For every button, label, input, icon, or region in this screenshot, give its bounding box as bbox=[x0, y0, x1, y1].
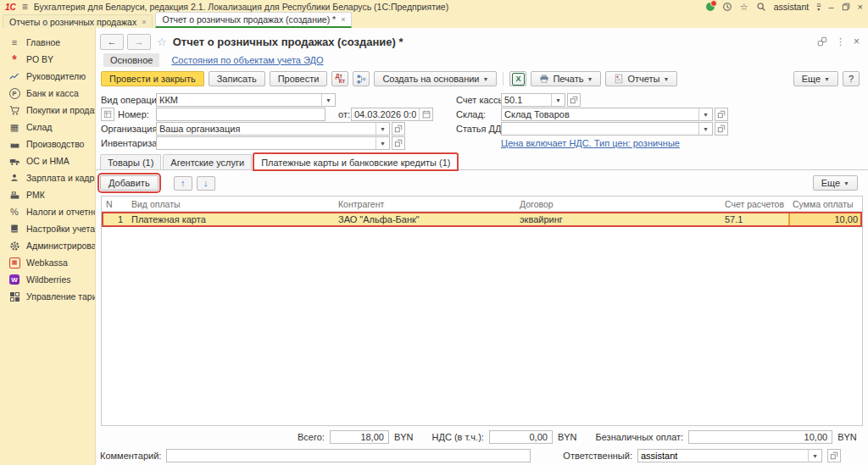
tab-close-icon[interactable]: × bbox=[142, 18, 146, 26]
inventory-open-button[interactable] bbox=[392, 136, 405, 150]
print-button[interactable]: Печать▼ bbox=[531, 71, 601, 86]
cell-amount[interactable]: 10,00 bbox=[788, 212, 862, 227]
nav-main-tab[interactable]: Основное bbox=[103, 53, 159, 67]
tab-payment-cards[interactable]: Платежные карты и банковские кредиты (1) bbox=[253, 153, 458, 170]
calendar-icon[interactable] bbox=[419, 108, 432, 120]
post-and-close-button[interactable]: Провести и закрыть bbox=[101, 71, 204, 86]
reports-button[interactable]: Отчеты▼ bbox=[605, 71, 677, 86]
sidebar-item-po-by[interactable]: *PO BY bbox=[0, 51, 95, 68]
settings-menu-icon[interactable]: ≡▾ bbox=[816, 3, 821, 12]
dt-kt-button[interactable]: ДтКт bbox=[331, 71, 348, 86]
current-user[interactable]: assistant bbox=[774, 2, 809, 12]
close-button[interactable]: × bbox=[858, 3, 863, 12]
sidebar-item-pokupki-i-prodazhi[interactable]: Покупки и продажи bbox=[0, 102, 95, 119]
sidebar-item-wildberries[interactable]: WWildberries bbox=[0, 271, 95, 288]
date-field[interactable] bbox=[351, 108, 433, 121]
vat-label: НДС (в т.ч.): bbox=[432, 432, 484, 442]
main-menu-icon[interactable]: ≡ bbox=[22, 3, 28, 11]
dds-item-field[interactable]: ▼ bbox=[501, 122, 713, 136]
favorite-star-icon[interactable]: ☆ bbox=[157, 36, 167, 48]
sidebar-item-sklad[interactable]: ▦Склад bbox=[0, 119, 95, 136]
sidebar-item-proizvodstvo[interactable]: Производство bbox=[0, 136, 95, 152]
number-field[interactable] bbox=[156, 108, 326, 121]
chevron-down-icon[interactable]: ▼ bbox=[808, 450, 821, 462]
close-form-icon[interactable]: × bbox=[854, 36, 860, 47]
chevron-down-icon[interactable]: ▼ bbox=[376, 137, 389, 149]
chevron-down-icon[interactable]: ▼ bbox=[551, 94, 565, 106]
number-settings-button[interactable] bbox=[101, 108, 114, 121]
chevron-down-icon[interactable]: ▼ bbox=[698, 108, 712, 120]
excel-export-button[interactable]: X bbox=[509, 71, 526, 86]
sidebar-item-nastroyki-ucheta[interactable]: Настройки учета bbox=[0, 220, 95, 237]
table-empty-area[interactable] bbox=[102, 227, 862, 425]
forward-button[interactable]: → bbox=[127, 34, 151, 50]
help-button[interactable]: ? bbox=[843, 71, 860, 86]
table-row[interactable]: 1 Платежная карта ЗАО "Альфа-Банк" эквай… bbox=[102, 212, 862, 227]
responsible-open-button[interactable] bbox=[827, 449, 841, 462]
sidebar-item-nalogi[interactable]: %Налоги и отчетность bbox=[0, 203, 95, 220]
back-button[interactable]: ← bbox=[100, 34, 124, 50]
sidebar-item-bank-i-kassa[interactable]: PБанк и касса bbox=[0, 85, 95, 102]
tab-retail-reports-list[interactable]: Отчеты о розничных продажах × bbox=[3, 14, 153, 28]
chevron-down-icon[interactable]: ▼ bbox=[376, 123, 389, 135]
sidebar-item-administrirovanie[interactable]: Администрирование bbox=[0, 237, 95, 254]
vat-price-type-link[interactable]: Цена включает НДС. Тип цен: розничные bbox=[501, 138, 680, 148]
search-icon[interactable] bbox=[756, 2, 766, 12]
tab-agentskie-uslugi[interactable]: Агентские услуги bbox=[163, 154, 252, 169]
column-header-amount[interactable]: Сумма оплаты bbox=[788, 199, 862, 209]
responsible-field[interactable]: ▼ bbox=[637, 449, 822, 462]
tab-retail-report-new[interactable]: Отчет о розничных продажах (создание) * … bbox=[155, 12, 352, 28]
sidebar-item-webkassa[interactable]: ▦Webkassa bbox=[0, 254, 95, 271]
create-based-on-button[interactable]: Создать на основании▼ bbox=[374, 71, 497, 86]
cell-counterparty[interactable]: ЗАО "Альфа-Банк" bbox=[334, 214, 515, 224]
tab-tovary[interactable]: Товары (1) bbox=[100, 154, 161, 169]
write-button[interactable]: Записать bbox=[209, 71, 265, 86]
restore-button[interactable] bbox=[842, 3, 850, 11]
notifications-icon[interactable] bbox=[706, 3, 715, 11]
warehouse-open-button[interactable] bbox=[715, 108, 728, 121]
footer-row: Комментарий: Ответственный: ▼ bbox=[96, 446, 868, 465]
sidebar-item-rukovoditelyu[interactable]: Руководителю bbox=[0, 68, 95, 85]
more-menu-icon[interactable]: ⋮ bbox=[836, 36, 845, 47]
document-structure-button[interactable] bbox=[353, 71, 370, 86]
favorites-star-icon[interactable]: ☆ bbox=[740, 3, 748, 12]
move-row-up-button[interactable]: ↑ bbox=[174, 176, 192, 191]
column-header-n[interactable]: N bbox=[102, 199, 127, 209]
cell-n[interactable]: 1 bbox=[102, 214, 127, 224]
form-more-button[interactable]: Еще▼ bbox=[793, 71, 838, 86]
chevron-down-icon[interactable]: ▼ bbox=[698, 123, 712, 135]
sidebar-item-os-i-nma[interactable]: ОС и НМА bbox=[0, 152, 95, 169]
dds-item-open-button[interactable] bbox=[715, 122, 728, 136]
form-title: Отчет о розничных продажах (создание) * bbox=[173, 36, 403, 48]
tab-close-icon[interactable]: × bbox=[341, 15, 345, 24]
cash-account-open-button[interactable] bbox=[567, 93, 581, 107]
post-button[interactable]: Провести bbox=[270, 71, 328, 86]
column-header-contract[interactable]: Договор bbox=[515, 199, 721, 209]
table-more-button[interactable]: Еще▼ bbox=[813, 175, 858, 191]
document-fields: Вид операции: ▼ Счет кассы: ▼ Номер: от:… bbox=[96, 91, 868, 153]
get-link-icon[interactable] bbox=[817, 36, 827, 47]
operation-field[interactable]: ▼ bbox=[156, 93, 336, 107]
sidebar-item-glavnoe[interactable]: ≡Главное bbox=[0, 34, 95, 51]
cell-contract[interactable]: эквайринг bbox=[515, 214, 721, 224]
sidebar-item-rmk[interactable]: РМК bbox=[0, 186, 95, 203]
column-header-account[interactable]: Счет расчетов bbox=[721, 199, 788, 209]
sidebar-item-zarplata-i-kadry[interactable]: Зарплата и кадры bbox=[0, 169, 95, 186]
chevron-down-icon[interactable]: ▼ bbox=[321, 94, 335, 106]
comment-field[interactable] bbox=[166, 449, 531, 462]
cell-payment-type[interactable]: Платежная карта bbox=[127, 214, 334, 224]
add-row-button[interactable]: Добавить bbox=[100, 175, 159, 191]
column-header-payment-type[interactable]: Вид оплаты bbox=[127, 199, 334, 209]
minimize-button[interactable]: – bbox=[828, 3, 833, 12]
warehouse-field[interactable]: ▼ bbox=[501, 108, 713, 121]
organization-field[interactable]: ▼ bbox=[156, 122, 390, 136]
column-header-counterparty[interactable]: Контрагент bbox=[334, 199, 515, 209]
move-row-down-button[interactable]: ↓ bbox=[197, 176, 215, 191]
inventory-field[interactable]: ▼ bbox=[156, 136, 390, 150]
sidebar-item-upravlenie-tarifom[interactable]: Управление тарифом bbox=[0, 288, 95, 305]
edo-states-link[interactable]: Состояния по объектам учета ЭДО bbox=[171, 55, 323, 65]
history-icon[interactable] bbox=[722, 2, 732, 12]
cash-account-field[interactable]: ▼ bbox=[501, 93, 565, 107]
cell-account[interactable]: 57.1 bbox=[721, 214, 788, 224]
organization-open-button[interactable] bbox=[392, 122, 405, 136]
